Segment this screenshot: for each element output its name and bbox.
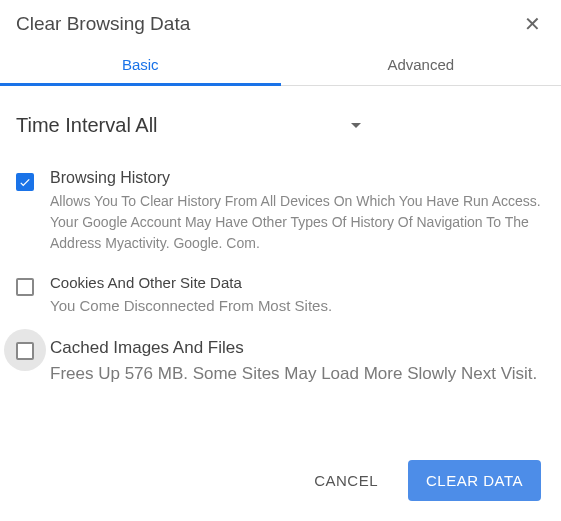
chevron-down-icon (351, 123, 361, 128)
option-cookies: Cookies And Other Site Data You Come Dis… (16, 274, 545, 318)
tabs: Basic Advanced (0, 44, 561, 86)
clear-data-dialog: Clear Browsing Data ✕ Basic Advanced Tim… (0, 0, 561, 521)
tab-basic[interactable]: Basic (0, 44, 281, 85)
dropdown-label: Time Interval All (16, 114, 158, 137)
time-interval-dropdown[interactable]: Time Interval All (16, 106, 361, 145)
tab-advanced-label: Advanced (387, 56, 454, 73)
option-desc: Frees Up 576 MB. Some Sites May Load Mor… (50, 362, 545, 386)
option-text: Cookies And Other Site Data You Come Dis… (50, 274, 545, 318)
option-title: Cached Images And Files (50, 338, 545, 358)
checkbox-cookies[interactable] (16, 278, 34, 296)
dialog-title: Clear Browsing Data (16, 13, 190, 35)
dialog-content: Time Interval All Browsing History Allow… (0, 86, 561, 444)
cancel-button[interactable]: CANCEL (304, 464, 388, 497)
dialog-footer: CANCEL CLEAR DATA (0, 444, 561, 521)
option-text: Cached Images And Files Frees Up 576 MB.… (50, 338, 545, 386)
dialog-header: Clear Browsing Data ✕ (0, 0, 561, 44)
checkbox-browsing-history[interactable] (16, 173, 34, 191)
tab-advanced[interactable]: Advanced (281, 44, 562, 85)
option-title: Browsing History (50, 169, 545, 187)
option-cached: Cached Images And Files Frees Up 576 MB.… (16, 338, 545, 386)
option-browsing-history: Browsing History Allows You To Clear His… (16, 169, 545, 254)
checkbox-cached[interactable] (16, 342, 34, 360)
option-desc: Allows You To Clear History From All Dev… (50, 191, 545, 254)
clear-data-button[interactable]: CLEAR DATA (408, 460, 541, 501)
option-text: Browsing History Allows You To Clear His… (50, 169, 545, 254)
option-title: Cookies And Other Site Data (50, 274, 545, 291)
close-icon[interactable]: ✕ (520, 10, 545, 38)
tab-basic-label: Basic (122, 56, 159, 73)
option-desc: You Come Disconnected From Most Sites. (50, 295, 545, 318)
check-icon (18, 175, 32, 189)
